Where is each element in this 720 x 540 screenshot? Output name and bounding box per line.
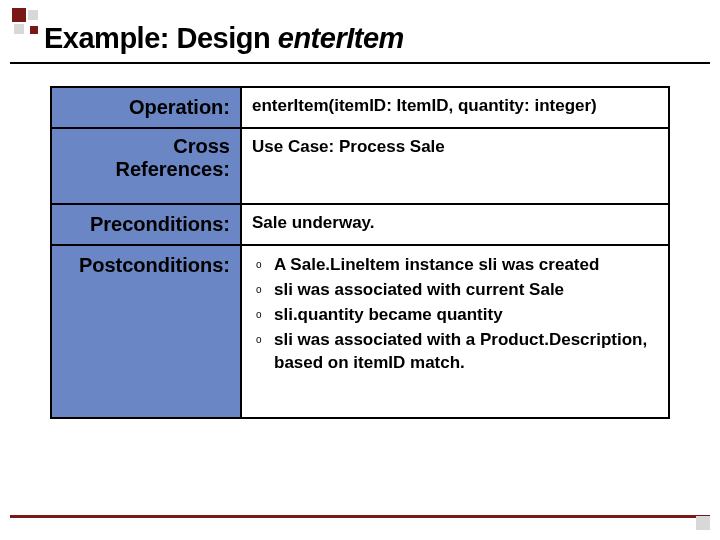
value-operation: enterItem(itemID: ItemID, quantity: inte…: [241, 87, 669, 128]
footer-rule: [10, 515, 710, 518]
value-cross-references: Use Case: Process Sale: [241, 128, 669, 204]
list-item: sli.quantity became quantity: [256, 304, 658, 327]
title-prefix: Example: Design: [44, 22, 278, 54]
value-postconditions: A Sale.LineItem instance sli was created…: [241, 245, 669, 418]
footer-box-icon: [696, 516, 710, 530]
list-item: sli was associated with current Sale: [256, 279, 658, 302]
slide-logo: [12, 8, 40, 36]
label-preconditions: Preconditions:: [51, 204, 241, 245]
contract-table: Operation: enterItem(itemID: ItemID, qua…: [50, 86, 670, 419]
slide-title: Example: Design enterItem: [44, 22, 404, 55]
label-cross-references: CrossReferences:: [51, 128, 241, 204]
row-postconditions: Postconditions: A Sale.LineItem instance…: [51, 245, 669, 418]
label-operation: Operation:: [51, 87, 241, 128]
title-underline: [10, 62, 710, 64]
list-item: sli was associated with a Product.Descri…: [256, 329, 658, 375]
postconditions-list: A Sale.LineItem instance sli was created…: [252, 254, 658, 375]
list-item: A Sale.LineItem instance sli was created: [256, 254, 658, 277]
value-preconditions: Sale underway.: [241, 204, 669, 245]
row-cross-references: CrossReferences: Use Case: Process Sale: [51, 128, 669, 204]
label-postconditions: Postconditions:: [51, 245, 241, 418]
row-preconditions: Preconditions: Sale underway.: [51, 204, 669, 245]
row-operation: Operation: enterItem(itemID: ItemID, qua…: [51, 87, 669, 128]
title-italic: enterItem: [278, 22, 404, 54]
